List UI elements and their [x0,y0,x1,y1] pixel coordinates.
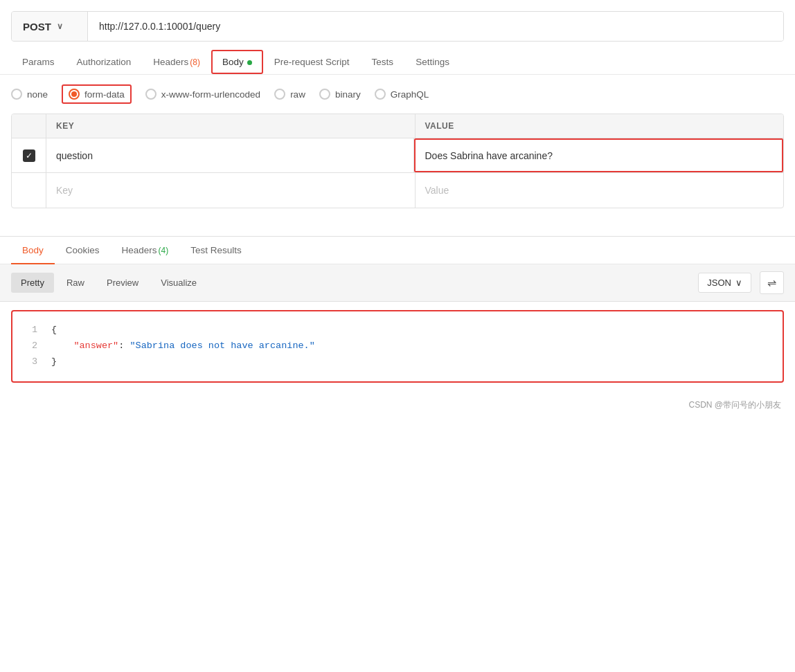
radio-form-data[interactable]: form-data [62,84,132,104]
method-selector[interactable]: POST ∨ [12,12,88,41]
tab-authorization[interactable]: Authorization [66,50,143,74]
preview-button[interactable]: Preview [97,273,148,293]
response-tab-headers[interactable]: Headers(4) [111,237,180,264]
raw-button[interactable]: Raw [57,273,94,293]
code-line-3: 3 } [24,354,771,370]
empty-row-key[interactable]: Key [46,173,416,208]
code-line-1: 1 { [24,323,771,338]
form-table-header: KEY VALUE [12,114,783,138]
response-controls-bar: Pretty Raw Preview Visualize JSON ∨ ⇌ [0,264,795,302]
body-active-dot [247,60,252,65]
table-row: ✓ question Does Sabrina have arcanine? [12,138,783,173]
tab-headers[interactable]: Headers(8) [142,50,211,74]
visualize-button[interactable]: Visualize [151,273,206,293]
radio-inner-form-data [71,91,77,97]
response-tab-cookies[interactable]: Cookies [55,237,111,264]
response-tab-test-results[interactable]: Test Results [179,237,253,264]
url-input[interactable] [88,12,783,41]
col-key-header: KEY [46,114,416,138]
radio-raw[interactable]: raw [274,89,305,100]
request-tabs-row: Params Authorization Headers(8) Body Pre… [0,50,795,75]
tab-tests[interactable]: Tests [361,50,405,74]
format-selector[interactable]: JSON ∨ [698,273,751,293]
empty-row-value[interactable]: Value [416,173,784,208]
empty-row-checkbox[interactable] [12,173,46,208]
format-chevron-icon: ∨ [735,278,742,288]
tab-params[interactable]: Params [11,50,66,74]
checkbox-checked-icon: ✓ [23,149,35,162]
response-tabs-row: Body Cookies Headers(4) Test Results [0,237,795,264]
radio-binary[interactable]: binary [319,89,361,100]
method-label: POST [23,21,51,33]
response-code-block: 1 { 2 "answer": "Sabrina does not have a… [11,310,784,383]
row-value-cell[interactable]: Does Sabrina have arcanine? [414,138,784,172]
response-section: Body Cookies Headers(4) Test Results Pre… [0,236,795,383]
row-checkbox[interactable]: ✓ [12,138,46,172]
radio-circle-none [11,89,22,100]
radio-circle-form-data [69,89,80,100]
radio-none[interactable]: none [11,89,48,100]
radio-circle-raw [274,89,285,100]
radio-graphql[interactable]: GraphQL [375,89,429,100]
body-type-row: none form-data x-www-form-urlencoded raw… [0,75,795,113]
col-value-header: VALUE [416,114,784,138]
tab-settings[interactable]: Settings [404,50,461,74]
row-key-cell[interactable]: question [46,138,414,172]
radio-circle-x-www [145,89,157,100]
tab-body[interactable]: Body [211,50,263,74]
url-bar: POST ∨ [11,11,784,42]
radio-x-www[interactable]: x-www-form-urlencoded [145,89,260,100]
pretty-button[interactable]: Pretty [11,273,54,293]
form-data-table: KEY VALUE ✓ question Does Sabrina have a… [11,113,784,208]
tab-pre-request[interactable]: Pre-request Script [263,50,361,74]
response-tab-body[interactable]: Body [11,237,55,264]
chevron-down-icon: ∨ [57,21,63,31]
wrap-button[interactable]: ⇌ [760,271,784,294]
format-label: JSON [707,278,731,288]
radio-circle-binary [319,89,330,100]
table-row-empty: Key Value [12,173,783,208]
code-line-2: 2 "answer": "Sabrina does not have arcan… [24,338,771,354]
radio-circle-graphql [375,89,386,100]
watermark: CSDN @带问号的小朋友 [0,391,795,419]
